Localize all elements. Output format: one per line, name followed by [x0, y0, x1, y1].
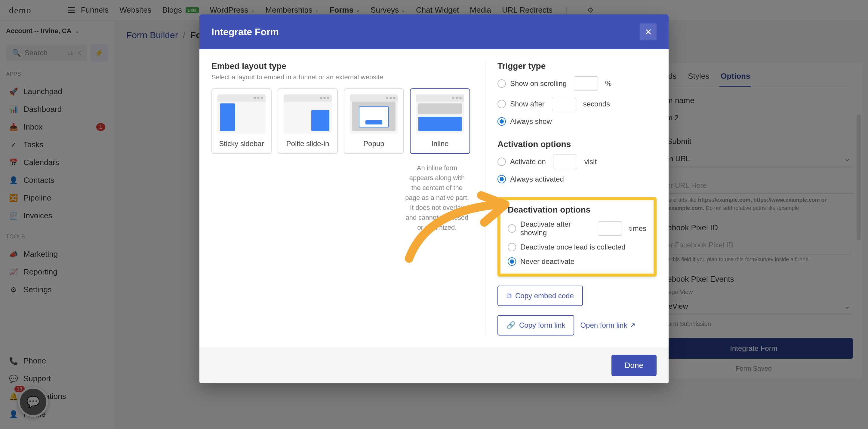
modal-footer: Done — [199, 348, 669, 383]
deactivation-highlight: Deactivation options Deactivate after sh… — [497, 197, 657, 276]
modal-title: Integrate Form — [211, 27, 279, 38]
radio-never-deactivate[interactable]: Never deactivate — [508, 254, 646, 269]
inline-layout-desc: An inline form appears along with the co… — [404, 163, 470, 232]
activate-visit-input[interactable] — [553, 155, 577, 169]
layout-sticky-label: Sticky sidebar — [217, 139, 266, 148]
radio-icon[interactable] — [497, 100, 506, 108]
trigger-type-heading: Trigger type — [497, 61, 657, 71]
radio-icon[interactable] — [508, 224, 516, 233]
radio-icon[interactable] — [508, 243, 516, 251]
embed-layout-desc: Select a layout to embed in a funnel or … — [211, 73, 470, 81]
layout-popup-label: Popup — [350, 139, 398, 148]
close-icon[interactable]: ✕ — [640, 24, 657, 40]
radio-activate-on[interactable]: Activate on visit — [497, 152, 657, 172]
radio-deactivate-after[interactable]: Deactivate after showing times — [508, 217, 646, 240]
layout-sticky-sidebar[interactable]: Sticky sidebar — [211, 88, 272, 154]
radio-always-activated[interactable]: Always activated — [497, 172, 657, 187]
copy-form-link-button[interactable]: 🔗 Copy form link — [497, 315, 574, 335]
radio-show-after[interactable]: Show after seconds — [497, 94, 657, 114]
layout-popup[interactable]: Popup — [344, 88, 404, 154]
radio-deactivate-lead[interactable]: Deactivate once lead is collected — [508, 240, 646, 254]
radio-icon[interactable] — [497, 79, 506, 88]
modal-header: Integrate Form ✕ — [199, 14, 669, 49]
radio-icon[interactable] — [497, 117, 506, 126]
modal-overlay: Integrate Form ✕ Embed layout type Selec… — [0, 0, 868, 429]
radio-icon[interactable] — [497, 158, 506, 166]
embed-layout-heading: Embed layout type — [211, 61, 470, 71]
radio-icon[interactable] — [508, 257, 516, 266]
layout-polite-slide[interactable]: Polite slide-in — [278, 88, 338, 154]
layout-inline[interactable]: Inline — [410, 88, 470, 154]
layout-slide-label: Polite slide-in — [284, 139, 332, 148]
done-button[interactable]: Done — [612, 355, 657, 376]
deactivation-heading: Deactivation options — [508, 205, 646, 214]
deactivate-times-input[interactable] — [598, 221, 622, 236]
radio-icon[interactable] — [497, 175, 506, 184]
radio-show-scrolling[interactable]: Show on scrolling % — [497, 73, 657, 94]
copy-icon: ⧉ — [506, 292, 512, 300]
open-form-link[interactable]: Open form link ↗ — [580, 321, 636, 329]
layout-inline-label: Inline — [416, 139, 464, 148]
external-link-icon: ↗ — [629, 321, 636, 329]
activation-heading: Activation options — [497, 139, 657, 149]
radio-always-show[interactable]: Always show — [497, 114, 657, 129]
show-after-seconds-input[interactable] — [552, 97, 576, 111]
copy-embed-button[interactable]: ⧉ Copy embed code — [497, 286, 583, 306]
scroll-percent-input[interactable] — [574, 76, 598, 91]
link-icon: 🔗 — [506, 321, 516, 329]
integrate-form-modal: Integrate Form ✕ Embed layout type Selec… — [199, 14, 669, 383]
